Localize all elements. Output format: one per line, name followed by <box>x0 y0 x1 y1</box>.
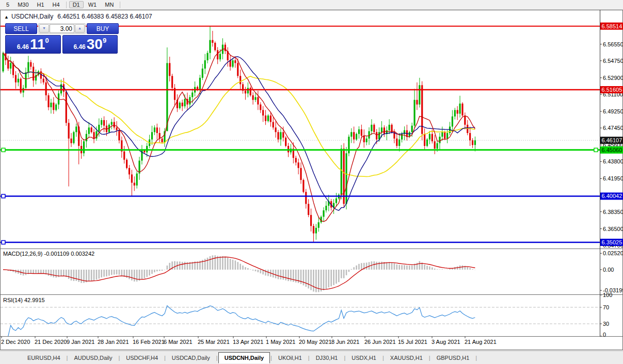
hline-anchor[interactable] <box>2 148 5 152</box>
svg-text:6.38350: 6.38350 <box>603 209 623 215</box>
svg-text:9 Jan 2021: 9 Jan 2021 <box>67 339 94 345</box>
svg-text:6.51605: 6.51605 <box>602 87 622 93</box>
svg-text:6.43800: 6.43800 <box>603 158 623 164</box>
svg-text:6.56550: 6.56550 <box>603 41 623 47</box>
chart-tab-gbpusd[interactable]: GBPUSD,H1 <box>431 353 475 363</box>
buy-price-main: 30 <box>87 38 103 52</box>
hline-anchor[interactable] <box>594 148 598 152</box>
svg-text:13 Apr 2021: 13 Apr 2021 <box>233 339 263 345</box>
svg-text:6.54750: 6.54750 <box>603 58 623 64</box>
timeframe-button-m30[interactable]: M30 <box>14 1 32 8</box>
timeframe-button-h4[interactable]: H4 <box>49 1 63 8</box>
svg-text:16 Feb 2021: 16 Feb 2021 <box>133 339 165 345</box>
svg-text:25 Mar 2021: 25 Mar 2021 <box>198 339 230 345</box>
buy-price-box[interactable]: 6.46 30 9 <box>62 35 118 54</box>
svg-text:6.45060: 6.45060 <box>602 147 622 153</box>
trading-terminal: 6.565506.547506.529006.511006.492506.474… <box>0 0 623 364</box>
symbol-tab-bar: EURUSD,H4|AUDUSD,Daily|USDCHF,H4|USDCAD,… <box>0 351 623 364</box>
timeframe-bar: 5M30H1H4D1W1MN <box>0 0 623 10</box>
chart-tab-audusd[interactable]: AUDUSD,Daily <box>68 353 118 363</box>
chart-tab-ukoil[interactable]: UKOil,H1 <box>273 353 308 363</box>
svg-text:6.41950: 6.41950 <box>603 175 623 181</box>
chart-tab-usdcad[interactable]: USDCAD,Daily <box>166 353 216 363</box>
sell-price-main: 11 <box>30 38 45 52</box>
svg-text:3 Aug 2021: 3 Aug 2021 <box>432 339 460 345</box>
tab-separator: | <box>475 355 477 361</box>
chart-canvas[interactable]: 6.565506.547506.529006.511006.492506.474… <box>0 0 623 364</box>
svg-text:70: 70 <box>603 304 609 310</box>
volume-decrease-button[interactable]: ▼ <box>39 24 49 33</box>
svg-text:30: 30 <box>603 321 609 327</box>
svg-text:0.00: 0.00 <box>603 267 614 273</box>
svg-text:21 Dec 2020: 21 Dec 2020 <box>35 339 67 345</box>
chart-tab-usdchf[interactable]: USDCHF,H4 <box>120 353 164 363</box>
svg-text:26 Jun 2021: 26 Jun 2021 <box>364 339 396 345</box>
chart-tab-usdcnh[interactable]: USDCNH,Daily <box>218 352 270 363</box>
timeframe-button-mn[interactable]: MN <box>101 1 117 8</box>
timeframe-button-h1[interactable]: H1 <box>34 1 48 8</box>
chart-title: ▲USDCNH,Daily6.46251 6.46383 6.45823 6.4… <box>4 13 152 20</box>
svg-text:6.52900: 6.52900 <box>603 75 623 81</box>
timeframe-button-5[interactable]: 5 <box>3 1 13 8</box>
chart-ohlc-values: 6.46251 6.46383 6.45823 6.46107 <box>57 13 152 20</box>
svg-text:6.40042: 6.40042 <box>602 193 622 199</box>
macd-label: MACD(12,26,9) -0.001109 0.003242 <box>3 251 94 257</box>
hline-anchor[interactable] <box>2 241 5 244</box>
svg-text:1 May 2021: 1 May 2021 <box>266 339 295 345</box>
svg-text:2 Dec 2020: 2 Dec 2020 <box>1 339 30 345</box>
chart-window-bg <box>1 10 622 350</box>
svg-text:21 Aug 2021: 21 Aug 2021 <box>465 339 497 345</box>
sell-price-pip: 0 <box>45 37 49 44</box>
svg-text:0.025209: 0.025209 <box>603 250 623 256</box>
svg-text:20 May 2021: 20 May 2021 <box>299 339 332 345</box>
sell-price-prefix: 6.46 <box>17 42 29 52</box>
timeframe-button-w1[interactable]: W1 <box>85 1 101 8</box>
volume-increase-button[interactable]: ▲ <box>75 24 85 33</box>
svg-text:28 Jan 2021: 28 Jan 2021 <box>98 339 129 345</box>
svg-text:0: 0 <box>603 332 606 338</box>
buy-price-pip: 9 <box>103 37 106 44</box>
chart-symbol-label: USDCNH,Daily <box>11 13 53 20</box>
svg-text:6 Mar 2021: 6 Mar 2021 <box>164 339 193 345</box>
svg-text:6.36500: 6.36500 <box>603 226 623 232</box>
one-click-trade-panel: SELL ▼ ▲ BUY 6.46 11 0 6.46 30 9 <box>5 23 118 54</box>
volume-input[interactable] <box>50 24 74 33</box>
toolbar-separator <box>120 2 120 8</box>
sell-button[interactable]: SELL <box>5 23 37 34</box>
svg-text:15 Jul 2021: 15 Jul 2021 <box>398 339 427 345</box>
chart-tab-usdx[interactable]: USDX,H1 <box>346 353 382 363</box>
svg-text:6.49250: 6.49250 <box>603 108 623 114</box>
chart-tab-dj30[interactable]: DJ30,H1 <box>310 353 344 363</box>
collapse-arrow-icon[interactable]: ▲ <box>4 14 9 20</box>
timeframe-button-d1[interactable]: D1 <box>69 1 84 8</box>
svg-text:6.47450: 6.47450 <box>603 125 623 131</box>
svg-text:100: 100 <box>603 292 612 298</box>
buy-button[interactable]: BUY <box>87 23 119 34</box>
toolbar-separator <box>66 2 67 8</box>
svg-text:8 Jun 2021: 8 Jun 2021 <box>331 339 359 345</box>
buy-price-prefix: 6.46 <box>73 42 85 52</box>
hline-anchor[interactable] <box>2 194 5 198</box>
rsi-label: RSI(14) 42.9915 <box>3 297 45 303</box>
volume-stepper: ▼ ▲ <box>38 23 86 34</box>
chart-tab-xauusd[interactable]: XAUUSD,H1 <box>385 353 428 363</box>
chart-tab-eurusd[interactable]: EURUSD,H4 <box>22 353 66 363</box>
sell-price-box[interactable]: 6.46 11 0 <box>5 35 61 54</box>
svg-text:6.35025: 6.35025 <box>602 239 622 245</box>
svg-text:6.58514: 6.58514 <box>602 23 622 29</box>
svg-text:6.46107: 6.46107 <box>602 137 622 143</box>
